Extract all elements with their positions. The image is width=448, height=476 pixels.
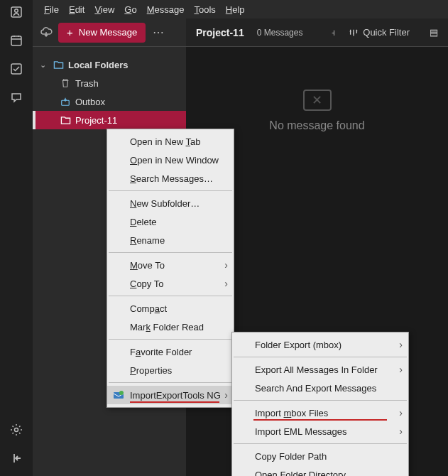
tree-project-11[interactable]: Project-11 (33, 111, 186, 129)
addon-icon (113, 389, 124, 401)
tasks-icon[interactable] (9, 61, 24, 77)
menu-edit[interactable]: Edit (65, 3, 89, 16)
empty-envelope-icon: ✕ (303, 90, 332, 111)
ctx-move-to[interactable]: Move To› (107, 256, 234, 274)
ctx-label: ImportExportTools NG (130, 390, 221, 401)
svg-point-4 (15, 428, 18, 432)
new-message-button[interactable]: + New Message (58, 23, 146, 43)
filter-toggle-icon[interactable]: ⫞ (331, 27, 336, 38)
quick-filter-button[interactable]: Quick Filter (349, 27, 410, 38)
chevron-right-icon: › (399, 339, 403, 350)
settings-icon[interactable] (9, 422, 24, 438)
plus-icon: + (67, 26, 73, 38)
tree-label: Outbox (75, 97, 105, 107)
folder-icon (60, 114, 71, 126)
tree-label: Trash (75, 78, 99, 89)
ctx-rename[interactable]: Rename (107, 231, 234, 249)
left-rail (0, 0, 33, 476)
message-count: 0 Messages (257, 28, 303, 38)
ctx-copy-to[interactable]: Copy To› (107, 274, 234, 293)
menu-message[interactable]: Message (143, 3, 189, 16)
sub-import-mbox[interactable]: Import mbox Files› (232, 404, 408, 422)
ctx-search-messages[interactable]: Search Messages… (107, 169, 234, 188)
more-button[interactable]: ⋯ (150, 23, 168, 42)
ctx-importexporttools[interactable]: ImportExportTools NG › (107, 386, 234, 404)
sub-copy-path[interactable]: Copy Folder Path (232, 447, 408, 465)
sub-open-dir[interactable]: Open Folder Directory (232, 465, 408, 476)
outbox-icon (60, 96, 71, 107)
tree-local-folders[interactable]: ⌄ Local Folders (33, 55, 186, 74)
display-options-icon[interactable]: ▤ (430, 27, 438, 38)
address-book-icon[interactable] (9, 4, 24, 20)
sub-search-export[interactable]: Search And Export Messages (232, 379, 408, 397)
ctx-open-new-window[interactable]: Open in New Window (107, 151, 234, 169)
new-message-label: New Message (79, 27, 137, 38)
ctx-open-new-tab[interactable]: Open in New Tab (107, 132, 234, 151)
folder-toolbar: + New Message ⋯ (33, 18, 186, 47)
trash-icon (60, 77, 71, 89)
ctx-properties[interactable]: Properties (107, 361, 234, 379)
chevron-right-icon: › (399, 426, 403, 437)
folder-icon (53, 59, 64, 70)
sub-export-all[interactable]: Export All Messages In Folder› (232, 360, 408, 379)
tree-trash[interactable]: Trash (33, 74, 186, 92)
get-messages-icon[interactable] (38, 25, 54, 40)
chevron-right-icon: › (224, 259, 228, 271)
quick-filter-label: Quick Filter (363, 27, 410, 38)
chevron-right-icon: › (399, 364, 403, 375)
tree-label: Project-11 (75, 115, 117, 126)
menu-go[interactable]: Go (120, 3, 141, 16)
svg-point-7 (119, 391, 124, 395)
menu-file[interactable]: File (40, 3, 63, 16)
filter-icon (349, 28, 359, 38)
chevron-down-icon: ⌄ (40, 60, 48, 70)
ctx-mark-read[interactable]: Mark Folder Read (107, 318, 234, 336)
folder-context-menu: Open in New Tab Open in New Window Searc… (106, 129, 234, 408)
ctx-favorite[interactable]: Favorite Folder (107, 342, 234, 361)
menu-tools[interactable]: Tools (190, 3, 219, 16)
ctx-compact[interactable]: Compact (107, 299, 234, 318)
svg-point-1 (15, 9, 18, 13)
tree-label: Local Folders (68, 60, 129, 70)
menubar: File Edit View Go Message Tools Help (33, 0, 448, 18)
sub-import-eml[interactable]: Import EML Messages› (232, 422, 408, 440)
chevron-right-icon: › (224, 389, 228, 401)
import-export-submenu: Folder Export (mbox)› Export All Message… (231, 332, 409, 476)
calendar-icon[interactable] (9, 33, 24, 48)
chat-icon[interactable] (9, 90, 24, 105)
empty-message: No message found (269, 119, 364, 132)
chevron-right-icon: › (224, 278, 228, 289)
collapse-icon[interactable] (9, 450, 24, 466)
ctx-delete[interactable]: Delete (107, 212, 234, 231)
menu-help[interactable]: Help (222, 3, 249, 16)
message-list-header: Project-11 0 Messages ⫞ Quick Filter ▤ (186, 18, 448, 47)
tree-outbox[interactable]: Outbox (33, 92, 186, 111)
ctx-new-subfolder[interactable]: New Subfolder… (107, 194, 234, 212)
menu-view[interactable]: View (90, 3, 119, 16)
folder-title: Project-11 (196, 27, 244, 38)
sub-folder-export[interactable]: Folder Export (mbox)› (232, 335, 408, 354)
chevron-right-icon: › (399, 407, 403, 418)
svg-rect-2 (11, 36, 21, 45)
